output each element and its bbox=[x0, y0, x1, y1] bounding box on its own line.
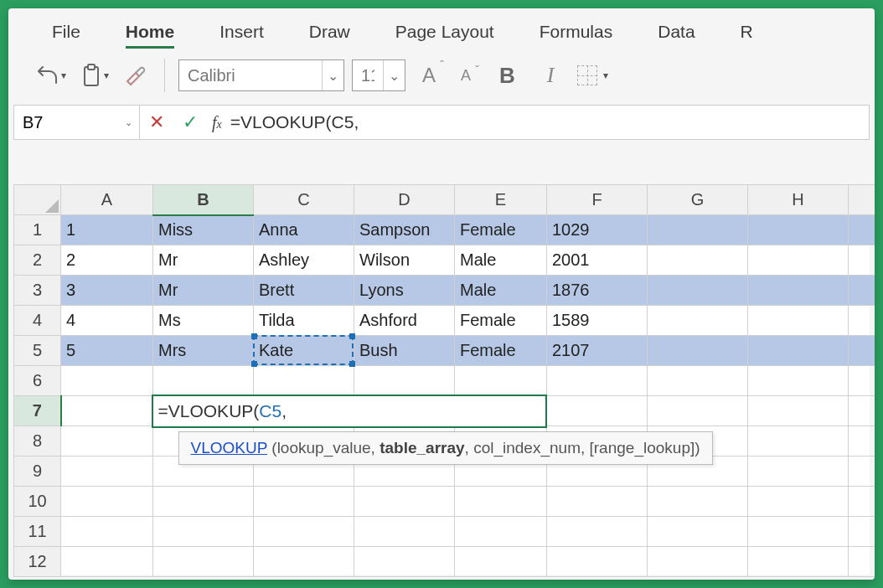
row-header-7[interactable]: 7 bbox=[14, 396, 61, 426]
row-header-12[interactable]: 12 bbox=[14, 547, 61, 577]
cell-H10[interactable] bbox=[748, 487, 849, 517]
cell-B10[interactable] bbox=[153, 487, 254, 517]
column-header-H[interactable]: H bbox=[748, 185, 849, 215]
cell-G4[interactable] bbox=[648, 306, 748, 336]
cell-B12[interactable] bbox=[153, 547, 254, 577]
cell-H12[interactable] bbox=[748, 547, 849, 577]
column-header-extra[interactable] bbox=[849, 185, 875, 215]
cell-B11[interactable] bbox=[153, 517, 254, 547]
tab-data[interactable]: Data bbox=[639, 13, 713, 50]
cell-E1[interactable]: Female bbox=[455, 215, 547, 245]
row-header-10[interactable]: 10 bbox=[14, 487, 61, 517]
bold-button[interactable]: B bbox=[488, 63, 527, 89]
tab-insert[interactable]: Insert bbox=[201, 13, 282, 50]
column-header-C[interactable]: C bbox=[254, 185, 354, 215]
chevron-down-icon[interactable]: ⌄ bbox=[125, 117, 132, 128]
tab-page-layout[interactable]: Page Layout bbox=[377, 13, 513, 50]
row-header-8[interactable]: 8 bbox=[14, 426, 61, 456]
undo-button[interactable]: ▾ bbox=[34, 63, 70, 88]
cell-A10[interactable] bbox=[61, 487, 153, 517]
cell-G5[interactable] bbox=[648, 336, 748, 366]
cell-F5[interactable]: 2107 bbox=[547, 336, 648, 366]
cell-A3[interactable]: 3 bbox=[61, 276, 153, 306]
cell-I9[interactable] bbox=[849, 456, 875, 487]
cell-F11[interactable] bbox=[547, 517, 648, 547]
cell-G3[interactable] bbox=[648, 276, 748, 306]
cell-E5[interactable]: Female bbox=[455, 336, 547, 366]
cell-C1[interactable]: Anna bbox=[254, 215, 354, 245]
cell-I8[interactable] bbox=[849, 426, 875, 456]
row-header-3[interactable]: 3 bbox=[14, 276, 61, 306]
font-name-selector[interactable]: ⌄ bbox=[178, 59, 344, 91]
column-header-B[interactable]: B bbox=[153, 185, 254, 215]
font-size-input[interactable] bbox=[353, 60, 383, 90]
cell-A9[interactable] bbox=[61, 456, 153, 487]
cell-A11[interactable] bbox=[61, 517, 153, 547]
cell-C11[interactable] bbox=[254, 517, 354, 547]
cell-I5[interactable] bbox=[849, 336, 875, 366]
column-header-E[interactable]: E bbox=[455, 185, 547, 215]
enter-button[interactable]: ✓ bbox=[173, 106, 207, 139]
cell-H11[interactable] bbox=[748, 517, 849, 547]
cell-H5[interactable] bbox=[748, 336, 849, 366]
row-header-11[interactable]: 11 bbox=[14, 517, 61, 547]
cell-A6[interactable] bbox=[61, 366, 153, 396]
cell-C2[interactable]: Ashley bbox=[254, 245, 354, 276]
cell-I10[interactable] bbox=[849, 487, 875, 517]
spreadsheet-grid[interactable]: ABCDEFGH 11MissAnnaSampsonFemale102922Mr… bbox=[13, 184, 870, 575]
font-size-selector[interactable]: ⌄ bbox=[352, 59, 405, 91]
cell-I11[interactable] bbox=[849, 517, 875, 547]
cell-I3[interactable] bbox=[849, 276, 875, 306]
cell-C10[interactable] bbox=[254, 487, 354, 517]
cell-H6[interactable] bbox=[748, 366, 849, 396]
cell-E11[interactable] bbox=[455, 517, 547, 547]
cell-G6[interactable] bbox=[648, 366, 748, 396]
cell-B5[interactable]: Mrs bbox=[153, 336, 254, 366]
cell-I7[interactable] bbox=[849, 396, 875, 426]
cell-I4[interactable] bbox=[849, 306, 875, 336]
cell-G12[interactable] bbox=[648, 547, 748, 577]
formula-input[interactable] bbox=[227, 112, 869, 132]
column-header-A[interactable]: A bbox=[61, 185, 153, 215]
cell-A4[interactable]: 4 bbox=[61, 306, 153, 336]
cell-C3[interactable]: Brett bbox=[254, 276, 354, 306]
tab-formulas[interactable]: Formulas bbox=[521, 13, 632, 50]
cell-E2[interactable]: Male bbox=[455, 245, 547, 276]
format-painter-button[interactable] bbox=[121, 61, 151, 90]
cell-A12[interactable] bbox=[61, 547, 153, 577]
cell-F2[interactable]: 2001 bbox=[547, 245, 648, 276]
font-name-input[interactable] bbox=[179, 60, 322, 90]
italic-button[interactable]: I bbox=[535, 63, 566, 88]
select-all-cell[interactable] bbox=[14, 185, 61, 215]
cell-D3[interactable]: Lyons bbox=[354, 276, 455, 306]
cell-H2[interactable] bbox=[748, 245, 849, 276]
cell-G2[interactable] bbox=[648, 245, 748, 276]
cell-E6[interactable] bbox=[455, 366, 547, 396]
column-header-D[interactable]: D bbox=[354, 185, 455, 215]
cell-C5[interactable]: Kate bbox=[254, 336, 354, 366]
cell-A1[interactable]: 1 bbox=[61, 215, 153, 245]
cell-D2[interactable]: Wilson bbox=[354, 245, 455, 276]
cell-H7[interactable] bbox=[748, 396, 849, 426]
cell-D5[interactable]: Bush bbox=[354, 336, 455, 366]
cell-B4[interactable]: Ms bbox=[153, 306, 254, 336]
cell-I12[interactable] bbox=[849, 547, 875, 577]
cell-A5[interactable]: 5 bbox=[61, 336, 153, 366]
row-header-5[interactable]: 5 bbox=[14, 336, 61, 366]
cell-B3[interactable]: Mr bbox=[153, 276, 254, 306]
cell-editor[interactable]: =VLOOKUP(C5, bbox=[152, 395, 547, 428]
cell-F6[interactable] bbox=[547, 366, 648, 396]
cell-D1[interactable]: Sampson bbox=[354, 215, 455, 245]
cell-D11[interactable] bbox=[354, 517, 455, 547]
row-header-9[interactable]: 9 bbox=[14, 456, 61, 487]
tab-draw[interactable]: Draw bbox=[291, 13, 369, 50]
cell-G1[interactable] bbox=[648, 215, 748, 245]
row-header-4[interactable]: 4 bbox=[14, 306, 61, 336]
cell-F7[interactable] bbox=[547, 396, 648, 426]
cell-A8[interactable] bbox=[61, 426, 153, 456]
cell-F1[interactable]: 1029 bbox=[547, 215, 648, 245]
cell-I1[interactable] bbox=[849, 215, 875, 245]
cell-I6[interactable] bbox=[849, 366, 875, 396]
column-header-G[interactable]: G bbox=[648, 185, 748, 215]
cell-I2[interactable] bbox=[849, 245, 875, 276]
